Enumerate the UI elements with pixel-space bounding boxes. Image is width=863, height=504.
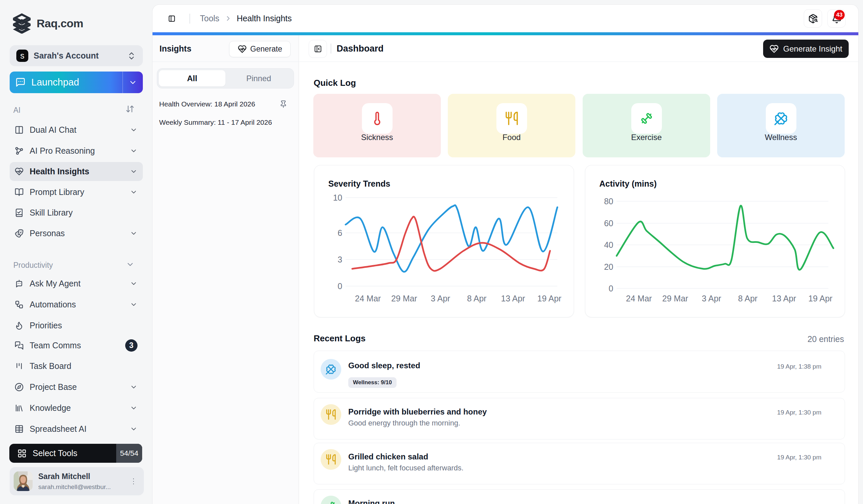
svg-text:3 Apr: 3 Apr: [431, 294, 450, 303]
svg-text:24 Mar: 24 Mar: [626, 294, 652, 303]
svg-text:13 Apr: 13 Apr: [772, 294, 796, 303]
svg-text:13 Apr: 13 Apr: [501, 294, 525, 303]
svg-text:24 Mar: 24 Mar: [355, 294, 381, 303]
svg-text:40: 40: [604, 240, 613, 249]
svg-text:29 Mar: 29 Mar: [662, 294, 688, 303]
svg-text:60: 60: [604, 219, 613, 228]
svg-text:0: 0: [609, 284, 613, 293]
svg-text:3: 3: [338, 255, 342, 264]
svg-text:8 Apr: 8 Apr: [467, 294, 486, 303]
svg-text:0: 0: [338, 282, 342, 291]
svg-text:10: 10: [333, 193, 342, 202]
svg-text:8 Apr: 8 Apr: [738, 294, 758, 303]
svg-text:19 Apr: 19 Apr: [809, 294, 833, 303]
svg-text:80: 80: [604, 197, 613, 206]
svg-text:20: 20: [604, 262, 613, 271]
svg-text:6: 6: [338, 228, 342, 237]
svg-text:19 Apr: 19 Apr: [537, 294, 561, 303]
svg-text:29 Mar: 29 Mar: [391, 294, 417, 303]
svg-text:3 Apr: 3 Apr: [702, 294, 721, 303]
